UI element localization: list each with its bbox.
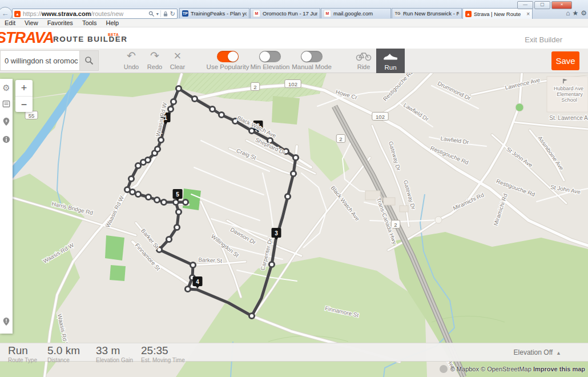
route-waypoint[interactable] xyxy=(192,96,197,101)
school-flag-icon xyxy=(563,79,564,83)
strava-logo[interactable]: STRAVA xyxy=(0,29,54,47)
strava-header: STRAVA ROUTE BUILDER BETA Exit Builder xyxy=(0,27,588,49)
toggle-switch[interactable] xyxy=(217,51,239,62)
route-waypoint[interactable] xyxy=(155,146,160,151)
search-icon[interactable] xyxy=(148,11,155,17)
home-icon[interactable]: ⌂ xyxy=(566,9,570,17)
redo-button[interactable]: ↷ Redo xyxy=(143,51,166,70)
route-waypoint[interactable] xyxy=(135,191,140,196)
menu-edit[interactable]: Edit xyxy=(5,19,15,26)
route-waypoint[interactable] xyxy=(183,199,188,204)
clear-button[interactable]: × Clear xyxy=(166,51,189,70)
tab-close-icon[interactable]: × xyxy=(526,11,530,17)
minimize-button[interactable]: — xyxy=(517,1,533,9)
search-caret-icon[interactable]: ▾ xyxy=(156,11,159,17)
menu-help[interactable]: Help xyxy=(106,19,119,26)
tab-label: mail.google.com xyxy=(333,10,388,17)
stat-route-type: RunRoute Type xyxy=(8,344,37,363)
route-waypoint[interactable] xyxy=(210,106,215,111)
ride-button[interactable]: Ride xyxy=(351,51,376,70)
tab-4[interactable]: ▲Strava | New Route× xyxy=(462,8,533,19)
route-waypoint[interactable] xyxy=(249,313,254,318)
map[interactable]: 1234521021022255Waasis Rd WWaasis Rd WWa… xyxy=(0,73,588,377)
route-waypoint[interactable] xyxy=(128,176,134,181)
building xyxy=(400,206,408,212)
favorites-star-icon[interactable]: ★ xyxy=(572,9,578,17)
address-bar[interactable]: ▲ https://www.strava.com/routes/new ▾ ↻ xyxy=(12,9,178,19)
route-waypoint[interactable] xyxy=(176,86,181,91)
green-area xyxy=(105,235,124,260)
stat-label: Distance xyxy=(47,357,80,363)
svg-text:102: 102 xyxy=(376,114,385,120)
toggle-use-popularity[interactable]: Use Popularity xyxy=(204,51,251,70)
settings-gear-icon[interactable]: ⚙ xyxy=(581,9,587,17)
street-label: School xyxy=(561,97,577,103)
route-waypoint[interactable] xyxy=(219,112,224,117)
window-controls: — ▢ × xyxy=(516,1,572,9)
map-canvas[interactable]: 1234521021022255Waasis Rd WWaasis Rd WWa… xyxy=(0,73,588,377)
tab-3[interactable]: TGRun New Brunswick - Road Ra... xyxy=(392,8,462,18)
route-waypoint[interactable] xyxy=(269,262,274,267)
stat-value: 33 m xyxy=(96,344,133,357)
toggle-label: Min Elevation xyxy=(249,63,291,70)
search-button[interactable] xyxy=(79,50,99,71)
map-settings-gear-icon[interactable]: ⚙ xyxy=(2,83,10,93)
route-waypoint[interactable] xyxy=(185,286,190,291)
route-waypoint[interactable] xyxy=(145,157,150,162)
route-waypoint[interactable] xyxy=(168,106,173,111)
search-input[interactable] xyxy=(0,50,80,71)
toggle-min-elevation[interactable]: Min Elevation xyxy=(249,51,291,70)
route-waypoint[interactable] xyxy=(154,197,159,202)
beta-badge: BETA xyxy=(108,33,119,37)
undo-button[interactable]: ↶ Undo xyxy=(120,51,143,70)
map-attribution: © Mapbox © OpenStreetMap Improve this ma… xyxy=(440,365,585,373)
chevron-up-icon: ▲ xyxy=(556,350,561,356)
stat-elevation-gain: 33 mElevation Gain xyxy=(96,344,133,363)
tab-2[interactable]: Mmail.google.com xyxy=(321,8,391,18)
route-waypoint[interactable] xyxy=(174,224,179,230)
route-waypoint[interactable] xyxy=(135,163,140,168)
route-waypoint[interactable] xyxy=(291,171,296,176)
stat-value: 5.0 km xyxy=(47,344,80,357)
toggle-switch[interactable] xyxy=(259,51,281,62)
improve-map-link[interactable]: Improve this map xyxy=(533,366,585,372)
zoom-in-button[interactable]: + xyxy=(15,80,33,97)
tab-0[interactable]: TPTrainingPeaks - Plan your trai... xyxy=(179,8,249,18)
menu-tools[interactable]: Tools xyxy=(82,19,97,26)
refresh-icon[interactable]: ↻ xyxy=(170,10,175,18)
route-waypoint[interactable] xyxy=(166,236,171,242)
elevation-toggle[interactable]: Elevation Off▲ xyxy=(514,348,561,356)
maximize-button[interactable]: ▢ xyxy=(534,1,550,9)
route-waypoint[interactable] xyxy=(176,209,181,214)
menu-favorites[interactable]: Favorites xyxy=(47,19,73,26)
route-waypoint[interactable] xyxy=(158,137,163,142)
menu-view[interactable]: View xyxy=(25,19,38,26)
toggle-label: Manual Mode xyxy=(291,63,333,70)
map-layers-icon[interactable] xyxy=(2,100,10,110)
zoom-out-button[interactable]: − xyxy=(15,97,33,113)
street-label: Hubbard Ave xyxy=(554,86,583,91)
toggle-manual-mode[interactable]: Manual Mode xyxy=(291,51,333,70)
toggle-knob xyxy=(228,51,238,62)
info-icon[interactable] xyxy=(2,135,10,145)
stat-est-moving-time: 25:35Est. Moving Time xyxy=(141,344,185,363)
street-label: St. Lawrence A xyxy=(549,115,588,121)
tab-1[interactable]: MOromocto Run - 17 June 18 - 1... xyxy=(250,8,320,18)
route-waypoint[interactable] xyxy=(285,194,290,199)
report-problem-icon[interactable] xyxy=(2,317,10,328)
save-button[interactable]: Save xyxy=(551,51,579,70)
run-button[interactable]: Run xyxy=(376,49,405,73)
exit-builder-link[interactable]: Exit Builder xyxy=(525,35,562,44)
route-waypoint[interactable] xyxy=(190,262,195,267)
toggle-knob xyxy=(260,51,270,62)
toggle-switch[interactable] xyxy=(301,51,323,62)
close-button[interactable]: × xyxy=(551,1,572,9)
poi-marker-icon[interactable] xyxy=(2,117,10,128)
route-waypoint[interactable] xyxy=(124,187,130,192)
route-waypoint[interactable] xyxy=(161,199,166,204)
tab-favicon: TG xyxy=(394,10,401,17)
route-waypoint[interactable] xyxy=(171,99,176,104)
route-waypoint[interactable] xyxy=(146,194,151,199)
route-waypoint[interactable] xyxy=(293,155,298,160)
undo-icon: ↶ xyxy=(120,51,143,62)
